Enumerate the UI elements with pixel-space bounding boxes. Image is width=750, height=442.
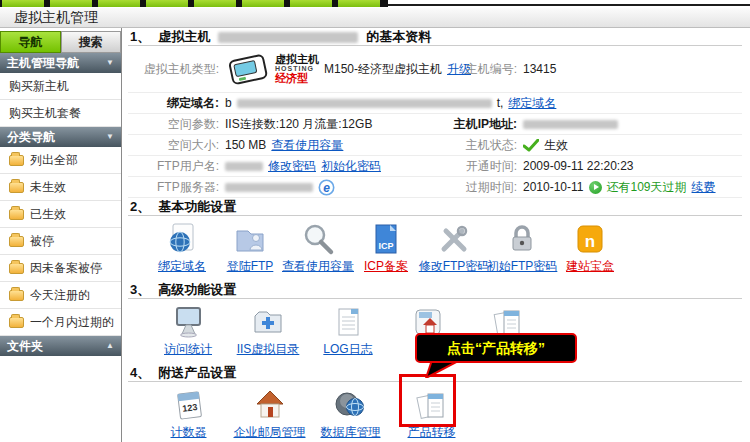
func-database-management[interactable]: 数据库管理 — [310, 388, 391, 441]
bind-domain-link[interactable]: 绑定域名 — [508, 95, 556, 112]
top-strip-line — [388, 4, 750, 6]
green-segment — [50, 0, 92, 7]
svg-text:123: 123 — [181, 402, 197, 414]
tab-search[interactable]: 搜索 — [61, 31, 122, 53]
table-row: 空间参数: IIS连接数:120 月流量:12GB 主机IP地址: — [128, 114, 742, 135]
tools-icon — [437, 222, 471, 256]
change-password-link[interactable]: 修改密码 — [268, 158, 316, 175]
green-segment — [98, 0, 140, 7]
section-3-heading: 3、 高级功能设置 — [128, 281, 742, 299]
func-iis-virtual-dir[interactable]: IIS虚拟目录 — [228, 305, 308, 358]
sidebar-section-folders[interactable]: 文件夹 ▲ — [0, 336, 121, 356]
host-id-value: 13415 — [523, 62, 742, 76]
basic-functions-row: 绑定域名 登陆FTP 查看使用容量 — [128, 216, 742, 281]
svg-text:n: n — [585, 232, 595, 251]
table-row: 绑定域名: b t, 绑定域名 — [128, 93, 742, 114]
folder-icon — [9, 155, 24, 166]
func-ftp-login[interactable]: 登陆FTP — [216, 222, 284, 275]
func-mail-management[interactable]: 企业邮局管理 — [229, 388, 310, 441]
func-visit-stats[interactable]: 访问统计 — [148, 305, 228, 358]
init-password-link[interactable]: 初始化密码 — [321, 158, 381, 175]
censored-ftp-user — [225, 162, 263, 171]
section-1-heading: 1、 虚拟主机 的基本资料 — [128, 28, 742, 46]
folder-icon — [9, 290, 24, 301]
func-bind-domain[interactable]: 绑定域名 — [148, 222, 216, 275]
table-row: FTP服务器: e 过期时间: 2010-10-11 还有109天过期 续费 — [128, 177, 742, 198]
func-view-usage[interactable]: 查看使用容量 — [284, 222, 352, 275]
sidebar-item-stopped-no-icp[interactable]: 因未备案被停 — [0, 255, 121, 282]
section-2-heading: 2、 基本功能设置 — [128, 198, 742, 216]
censored-domain — [237, 99, 492, 108]
callout-click-product-transfer: 点击“产品转移” — [415, 333, 577, 363]
magnifier-icon — [301, 222, 335, 256]
highlight-box-product-transfer — [399, 374, 456, 427]
renew-link[interactable]: 续费 — [692, 179, 716, 196]
censored-ftp-server — [225, 183, 313, 192]
func-counter[interactable]: 123 计数器 — [148, 388, 229, 441]
icp-document-icon: ICP — [369, 222, 403, 256]
globe-page-icon — [165, 222, 199, 256]
censored-ip — [523, 120, 618, 129]
func-modify-ftp-password[interactable]: 修改FTP密码 — [420, 222, 488, 275]
sidebar-item-buy-new-host[interactable]: 购买新主机 — [0, 73, 121, 100]
hosting-device-icon — [225, 51, 271, 87]
sidebar-item-list-all[interactable]: 列出全部 — [0, 147, 121, 174]
ie-browser-icon[interactable]: e — [318, 179, 335, 196]
nicebox-icon: n — [573, 222, 607, 256]
table-row: 虚拟主机类型: 虚拟主机 HOSTING — [128, 46, 742, 93]
chevron-down-icon: ▼ — [106, 53, 114, 73]
monitor-icon — [171, 305, 205, 339]
folder-icon — [9, 236, 24, 247]
censored-host-name — [218, 32, 358, 43]
sidebar-item-registered-today[interactable]: 今天注册的 — [0, 282, 121, 309]
status-ok-icon — [523, 139, 539, 152]
folder-icon — [9, 209, 24, 220]
green-segment — [2, 0, 44, 7]
page-title: 虚拟主机管理 — [14, 9, 98, 25]
svg-text:ICP: ICP — [378, 241, 393, 251]
sidebar-item-buy-host-package[interactable]: 购买主机套餐 — [0, 100, 121, 127]
hosting-type-badge: 虚拟主机 HOSTING 经济型 — [225, 51, 319, 87]
func-init-ftp-password[interactable]: 初始FTP密码 — [488, 222, 556, 275]
green-segment — [242, 0, 284, 7]
folder-icon — [9, 182, 24, 193]
func-log[interactable]: LOG日志 — [308, 305, 388, 358]
sidebar-tabs: 导航 搜索 — [0, 28, 121, 53]
chevron-down-icon: ▼ — [106, 127, 114, 147]
sidebar-section-category-nav[interactable]: 分类导航 ▼ — [0, 127, 121, 147]
padlock-icon — [505, 222, 539, 256]
table-row: FTP用户名: 修改密码 初始化密码 开通时间: 2009-09-11 22:2… — [128, 156, 742, 177]
func-sitebuilder-box[interactable]: n 建站宝盒 — [556, 222, 624, 275]
top-strip-tabs — [0, 0, 388, 7]
sidebar-item-expiring-in-month[interactable]: 一个月内过期的 — [0, 309, 121, 336]
sidebar-section-host-management[interactable]: 主机管理导航 ▼ — [0, 53, 121, 73]
database-globe-icon — [334, 388, 368, 422]
func-icp-record[interactable]: ICP ICP备案 — [352, 222, 420, 275]
svg-text:e: e — [323, 181, 330, 195]
sidebar: 导航 搜索 主机管理导航 ▼ 购买新主机 购买主机套餐 分类导航 ▼ 列出全部 … — [0, 28, 122, 442]
sidebar-item-active[interactable]: 已生效 — [0, 201, 121, 228]
chevron-up-icon: ▲ — [106, 336, 114, 356]
green-segment — [338, 0, 380, 7]
table-row: 空间大小: 150 MB 查看使用容量 主机状态: 生效 — [128, 135, 742, 156]
green-segment — [146, 0, 188, 7]
view-usage-link[interactable]: 查看使用容量 — [271, 137, 343, 154]
days-left-icon — [589, 181, 602, 194]
title-bar: 虚拟主机管理 — [0, 8, 750, 28]
sidebar-item-stopped[interactable]: 被停 — [0, 228, 121, 255]
top-strip — [0, 0, 750, 8]
counter-123-icon: 123 — [172, 388, 206, 422]
green-segment — [194, 0, 236, 7]
folder-icon — [9, 317, 24, 328]
log-document-icon — [331, 305, 365, 339]
house-icon — [253, 388, 287, 422]
green-segment — [290, 0, 332, 7]
host-info-table: 虚拟主机类型: 虚拟主机 HOSTING — [128, 46, 742, 198]
tab-navigation[interactable]: 导航 — [0, 31, 61, 53]
folder-icon — [9, 263, 24, 274]
ftp-folder-user-icon — [233, 222, 267, 256]
sidebar-item-inactive[interactable]: 未生效 — [0, 174, 121, 201]
folder-plus-icon — [251, 305, 285, 339]
